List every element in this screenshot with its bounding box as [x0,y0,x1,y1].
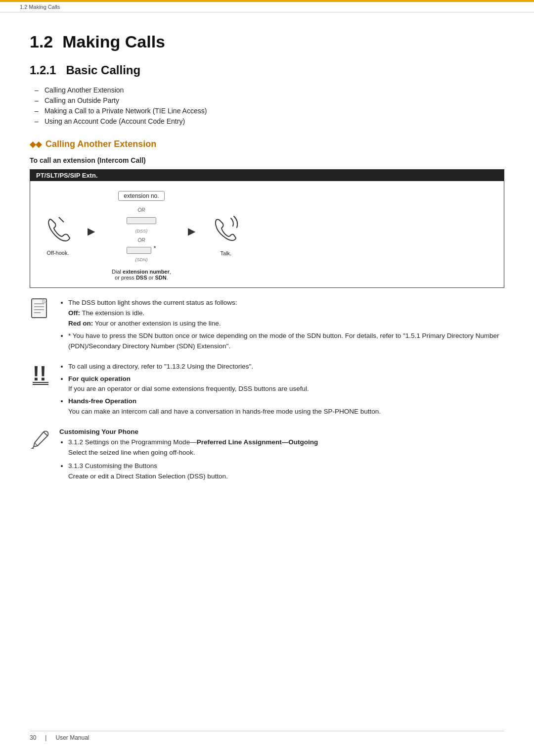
tip-content: To call using a directory, refer to "1.1… [59,362,504,420]
subsection-title: ◆◆ Calling Another Extension [30,139,504,149]
note-content-1: The DSS button light shows the current s… [59,298,504,354]
top-bar: 1.2 Making Calls [0,0,534,12]
page-number: 30 [30,734,36,741]
step1-label: Off-hook. [46,250,69,256]
footer-separator: | [45,734,46,741]
diamond-icon: ◆◆ [30,140,42,149]
step3: Talk. [212,215,240,256]
or2-label: OR [137,237,145,243]
chapter-title: 1.2 Making Calls [30,32,504,51]
arrow1: ▶ [88,225,95,247]
customise-item-2: 3.1.3 Customising the Buttons Create or … [68,461,504,482]
talk-icon [212,215,240,245]
customise-item-1: 3.1.2 Settings on the Programming Mode—P… [68,437,504,458]
top-bar-label: 1.2 Making Calls [20,4,60,10]
note-section-1: The DSS button light shows the current s… [30,298,504,354]
toc-item-3: Making a Call to a Private Network (TIE … [35,107,504,115]
toc-list: Calling Another Extension Calling an Out… [30,86,504,125]
sdn-sublabel: (SDN) [135,257,147,262]
svg-text:!!: !! [33,362,46,385]
footer-label: User Manual [55,734,89,741]
note-bullet-1: The DSS button light shows the current s… [68,298,504,329]
note-doc-icon [30,298,51,323]
toc-item-1: Calling Another Extension [35,86,504,94]
step3-label: Talk. [221,250,232,256]
exclaim-icon: !! [30,362,51,389]
step2: extension no. OR (DSS) OR * (SDN) Dial e… [112,191,171,281]
diagram-header: PT/SLT/PS/SIP Extn. [30,170,504,181]
tip-section: !! To call using a directory, refer to "… [30,362,504,420]
tip-bullet-1: To call using a directory, refer to "1.1… [68,362,504,372]
diagram-body: Off-hook. ▶ extension no. OR (DSS) OR * … [30,181,504,287]
or1-label: OR [137,207,145,213]
svg-line-0 [59,217,64,222]
step2-label: Dial extension number,or press DSS or SD… [112,269,171,281]
hands-free-label: Hands-free Operation [68,397,136,405]
note-bullet-2: * You have to press the SDN button once … [68,331,504,352]
step1: Off-hook. [45,216,71,256]
customise-section: Customising Your Phone 3.1.2 Settings on… [30,427,504,485]
quick-op-label: For quick operation [68,375,131,382]
asterisk: * [153,244,156,252]
section-title: 1.2.1 Basic Calling [30,63,504,77]
tip-bullet-2: For quick operation If you are an operat… [68,374,504,395]
toc-item-2: Calling an Outside Party [35,96,504,104]
extension-box: extension no. [118,191,164,201]
customise-content: Customising Your Phone 3.1.2 Settings on… [59,427,504,485]
diagram-box: PT/SLT/PS/SIP Extn. Off-hook. ▶ extensio… [30,169,504,288]
offhook-icon [45,216,71,245]
tip-bullet-3: Hands-free Operation You can make an int… [68,396,504,417]
arrow2: ▶ [188,225,195,247]
toc-item-4: Using an Account Code (Account Code Entr… [35,117,504,125]
call-instruction-heading: To call an extension (Intercom Call) [30,156,504,164]
dss-sublabel: (DSS) [135,229,148,234]
note-redon-label: Red on: [68,320,93,327]
note-off-label: Off: [68,309,80,317]
customise-heading: Customising Your Phone [59,427,504,437]
footer: 30 | User Manual [30,731,504,741]
page-content: 1.2 Making Calls 1.2.1 Basic Calling Cal… [0,12,534,522]
customise-icon [30,427,51,452]
